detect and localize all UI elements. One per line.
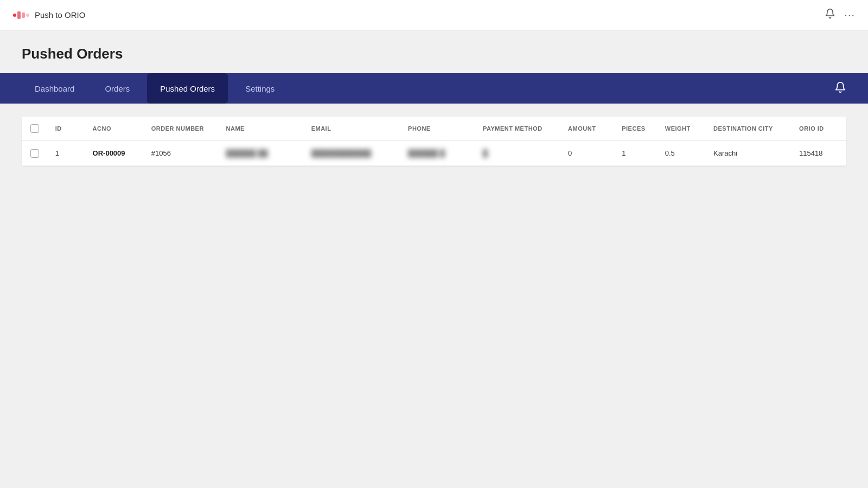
row-order-number: #1056 bbox=[145, 141, 220, 166]
header-phone: PHONE bbox=[401, 117, 476, 141]
top-bar-left: Push to ORIO bbox=[13, 9, 85, 21]
row-id: 1 bbox=[49, 141, 86, 166]
notification-icon[interactable] bbox=[825, 8, 835, 22]
table-container: ID ACNO ORDER NUMBER NAME EMAIL PHONE PA… bbox=[22, 117, 846, 166]
header-acno: ACNO bbox=[86, 117, 145, 141]
nav-bell-icon[interactable] bbox=[834, 81, 846, 96]
row-checkbox-cell bbox=[22, 141, 49, 166]
row-weight: 0.5 bbox=[659, 141, 707, 166]
row-pieces: 1 bbox=[615, 141, 659, 166]
more-options-icon[interactable]: ··· bbox=[844, 9, 855, 21]
svg-rect-1 bbox=[17, 11, 21, 19]
row-phone-value: ██████ █ bbox=[408, 149, 445, 157]
table-row: 1 OR-00009 #1056 ██████ ██ ████████████ … bbox=[22, 141, 846, 166]
row-acno: OR-00009 bbox=[86, 141, 145, 166]
table-area: ID ACNO ORDER NUMBER NAME EMAIL PHONE PA… bbox=[0, 104, 868, 179]
header-checkbox bbox=[22, 117, 49, 141]
header-name: NAME bbox=[220, 117, 305, 141]
header-orio-id: ORIO ID bbox=[793, 117, 846, 141]
tab-pushed-orders[interactable]: Pushed Orders bbox=[147, 73, 228, 104]
row-checkbox[interactable] bbox=[30, 149, 39, 158]
svg-rect-0 bbox=[13, 14, 16, 17]
select-all-checkbox[interactable] bbox=[30, 124, 39, 133]
top-bar: Push to ORIO ··· bbox=[0, 0, 868, 30]
header-amount: AMOUNT bbox=[561, 117, 615, 141]
row-payment-method: █ bbox=[476, 141, 561, 166]
row-email: ████████████ bbox=[305, 141, 401, 166]
top-bar-right: ··· bbox=[825, 8, 855, 22]
page-title-area: Pushed Orders bbox=[0, 30, 868, 73]
row-name: ██████ ██ bbox=[220, 141, 305, 166]
row-phone: ██████ █ bbox=[401, 141, 476, 166]
table-header-row: ID ACNO ORDER NUMBER NAME EMAIL PHONE PA… bbox=[22, 117, 846, 141]
svg-rect-2 bbox=[22, 12, 25, 18]
tab-settings[interactable]: Settings bbox=[232, 73, 288, 104]
row-name-value: ██████ ██ bbox=[226, 149, 268, 157]
orders-table: ID ACNO ORDER NUMBER NAME EMAIL PHONE PA… bbox=[22, 117, 846, 166]
header-id: ID bbox=[49, 117, 86, 141]
row-destination-city: Karachi bbox=[707, 141, 793, 166]
nav-bar: Dashboard Orders Pushed Orders Settings bbox=[0, 73, 868, 104]
header-order-number: ORDER NUMBER bbox=[145, 117, 220, 141]
row-payment-value: █ bbox=[483, 149, 488, 157]
header-email: EMAIL bbox=[305, 117, 401, 141]
header-destination-city: DESTINATION CITY bbox=[707, 117, 793, 141]
nav-bar-right bbox=[834, 81, 846, 96]
nav-tabs: Dashboard Orders Pushed Orders Settings bbox=[22, 73, 288, 104]
header-weight: WEIGHT bbox=[659, 117, 707, 141]
svg-rect-3 bbox=[26, 14, 29, 17]
header-payment-method: PAYMENT METHOD bbox=[476, 117, 561, 141]
tab-orders[interactable]: Orders bbox=[92, 73, 143, 104]
header-pieces: PIECES bbox=[615, 117, 659, 141]
app-title: Push to ORIO bbox=[35, 10, 85, 20]
orio-logo bbox=[13, 9, 30, 21]
row-amount: 0 bbox=[561, 141, 615, 166]
row-email-value: ████████████ bbox=[311, 149, 372, 157]
page-title: Pushed Orders bbox=[22, 46, 846, 62]
tab-dashboard[interactable]: Dashboard bbox=[22, 73, 87, 104]
orio-logo-icon bbox=[13, 9, 30, 21]
row-orio-id: 115418 bbox=[793, 141, 846, 166]
